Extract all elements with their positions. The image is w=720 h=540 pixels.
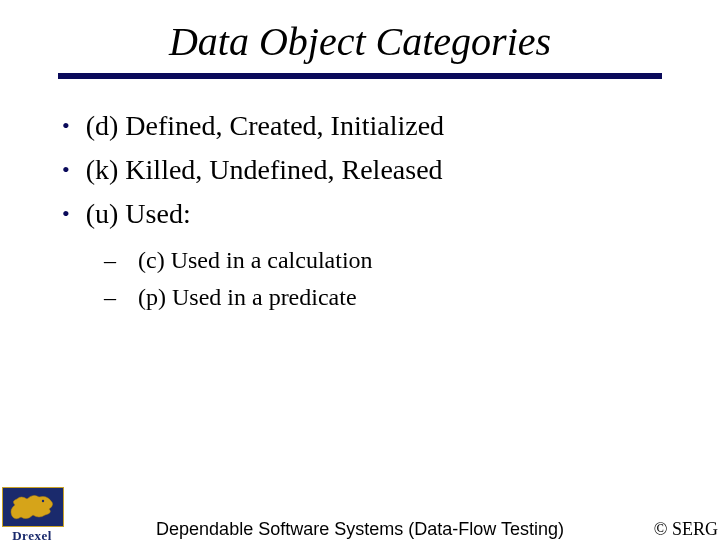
bullet-text: (d) Defined, Created, Initialized bbox=[86, 107, 444, 145]
svg-point-0 bbox=[42, 500, 44, 502]
sub-bullet-item: – (p) Used in a predicate bbox=[104, 281, 720, 313]
bullet-item: • (k) Killed, Undefined, Released bbox=[62, 151, 720, 189]
slide: Data Object Categories • (d) Defined, Cr… bbox=[0, 18, 720, 540]
dash-icon: – bbox=[104, 244, 116, 276]
sub-bullet-text: (p) Used in a predicate bbox=[138, 281, 357, 313]
sub-bullet-list: – (c) Used in a calculation – (p) Used i… bbox=[104, 244, 720, 313]
bullet-icon: • bbox=[62, 203, 70, 225]
bullet-text: (u) Used: bbox=[86, 195, 191, 233]
dash-icon: – bbox=[104, 281, 116, 313]
slide-title: Data Object Categories bbox=[0, 18, 720, 65]
sub-bullet-item: – (c) Used in a calculation bbox=[104, 244, 720, 276]
bullet-item: • (u) Used: bbox=[62, 195, 720, 233]
bullet-item: • (d) Defined, Created, Initialized bbox=[62, 107, 720, 145]
footer-title: Dependable Software Systems (Data-Flow T… bbox=[0, 519, 720, 540]
bullet-icon: • bbox=[62, 115, 70, 137]
title-underline bbox=[58, 73, 662, 79]
dragon-icon bbox=[7, 491, 57, 521]
bullet-text: (k) Killed, Undefined, Released bbox=[86, 151, 443, 189]
bullet-icon: • bbox=[62, 159, 70, 181]
footer: Drexel UNIVERSITY Dependable Software Sy… bbox=[0, 500, 720, 540]
copyright: © SERG bbox=[654, 519, 718, 540]
content-area: • (d) Defined, Created, Initialized • (k… bbox=[62, 107, 720, 313]
sub-bullet-text: (c) Used in a calculation bbox=[138, 244, 373, 276]
